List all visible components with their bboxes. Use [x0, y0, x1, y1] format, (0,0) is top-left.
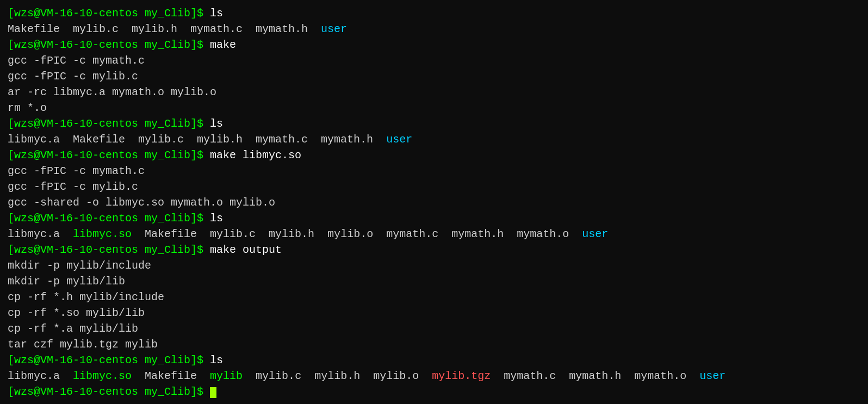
terminal-line: libmyc.a Makefile mylib.c mylib.h mymath…	[8, 132, 860, 147]
prompt: [wzs@VM-16-10-centos my_Clib]$	[8, 244, 210, 256]
terminal-line: [wzs@VM-16-10-centos my_Clib]$	[8, 384, 860, 400]
output-part: user	[699, 370, 726, 382]
terminal-line: cp -rf *.so mylib/lib	[8, 305, 860, 321]
terminal-line: ar -rc libmyc.a mymath.o mylib.o	[8, 84, 860, 100]
terminal-line: gcc -fPIC -c mylib.c	[8, 179, 860, 195]
terminal-line: mkdir -p mylib/include	[8, 258, 860, 274]
command: ls	[210, 117, 223, 130]
terminal-line: mkdir -p mylib/lib	[8, 274, 860, 289]
terminal-line: [wzs@VM-16-10-centos my_Clib]$ ls	[8, 210, 860, 226]
output-part: mylib.tgz	[432, 370, 491, 382]
output-part: libmyc.so	[73, 228, 132, 240]
output-part: libmyc.a Makefile mylib.c mylib.h mymath…	[8, 133, 386, 146]
output-part: Makefile	[132, 370, 210, 382]
output-part: mylib.c mylib.h mylib.o	[243, 370, 432, 382]
terminal-line: gcc -fPIC -c mylib.c	[8, 69, 860, 84]
output-part: user	[321, 23, 347, 35]
cursor	[210, 387, 216, 398]
terminal-line: Makefile mylib.c mylib.h mymath.c mymath…	[8, 21, 860, 37]
output-part: libmyc.a	[8, 370, 73, 382]
output-part: mylib	[210, 370, 243, 382]
prompt: [wzs@VM-16-10-centos my_Clib]$	[8, 149, 210, 161]
terminal-line: gcc -fPIC -c mymath.c	[8, 53, 860, 69]
prompt: [wzs@VM-16-10-centos my_Clib]$	[8, 7, 210, 20]
terminal-line: [wzs@VM-16-10-centos my_Clib]$ make libm…	[8, 147, 860, 163]
command: make	[210, 39, 236, 51]
command: ls	[210, 7, 223, 20]
output-part: mymath.c mymath.h mymath.o	[491, 370, 699, 382]
terminal-line: gcc -fPIC -c mymath.c	[8, 163, 860, 179]
output-part: Makefile mylib.c mylib.h mymath.c mymath…	[8, 23, 321, 35]
command: ls	[210, 354, 223, 366]
prompt: [wzs@VM-16-10-centos my_Clib]$	[8, 212, 210, 225]
prompt: [wzs@VM-16-10-centos my_Clib]$	[8, 386, 210, 398]
terminal-line: cp -rf *.h mylib/include	[8, 289, 860, 305]
prompt: [wzs@VM-16-10-centos my_Clib]$	[8, 39, 210, 51]
terminal-line: [wzs@VM-16-10-centos my_Clib]$ ls	[8, 116, 860, 132]
output-part: libmyc.a	[8, 228, 73, 240]
terminal-line: libmyc.a libmyc.so Makefile mylib mylib.…	[8, 368, 860, 384]
terminal-line: tar czf mylib.tgz mylib	[8, 337, 860, 352]
output-part: user	[386, 133, 412, 146]
terminal-line: gcc -shared -o libmyc.so mymath.o mylib.…	[8, 195, 860, 210]
terminal-line: [wzs@VM-16-10-centos my_Clib]$ make	[8, 37, 860, 53]
command: make libmyc.so	[210, 149, 301, 161]
output-part: libmyc.so	[73, 370, 132, 382]
output-part: user	[582, 228, 608, 240]
prompt: [wzs@VM-16-10-centos my_Clib]$	[8, 117, 210, 130]
prompt: [wzs@VM-16-10-centos my_Clib]$	[8, 354, 210, 366]
terminal-line: cp -rf *.a mylib/lib	[8, 321, 860, 337]
terminal-line: [wzs@VM-16-10-centos my_Clib]$ ls	[8, 352, 860, 368]
terminal-line: libmyc.a libmyc.so Makefile mylib.c myli…	[8, 226, 860, 242]
terminal-line: rm *.o	[8, 100, 860, 116]
command: ls	[210, 212, 223, 225]
terminal-line: [wzs@VM-16-10-centos my_Clib]$ ls	[8, 5, 860, 21]
output-part: Makefile mylib.c mylib.h mylib.o mymath.…	[132, 228, 582, 240]
command: make output	[210, 244, 282, 256]
terminal-line: [wzs@VM-16-10-centos my_Clib]$ make outp…	[8, 242, 860, 258]
terminal: [wzs@VM-16-10-centos my_Clib]$ lsMakefil…	[8, 5, 860, 400]
